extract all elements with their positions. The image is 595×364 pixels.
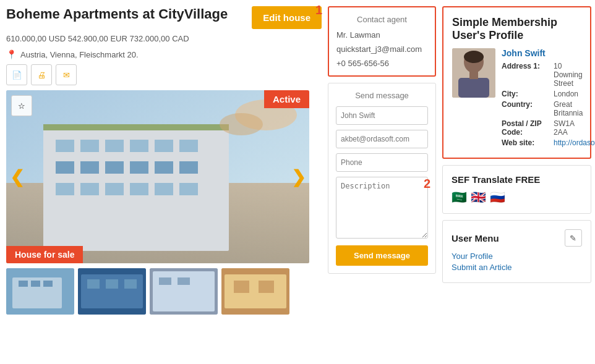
favorite-button[interactable]: ☆	[11, 95, 32, 116]
svg-rect-5	[105, 140, 124, 152]
profile-name: John Swift	[502, 48, 581, 58]
print-button[interactable]: 🖨	[31, 64, 52, 85]
svg-rect-7	[155, 140, 173, 152]
svg-rect-36	[159, 277, 171, 285]
edit-icon: ✎	[570, 234, 576, 243]
thumbnail-1[interactable]	[6, 268, 74, 315]
profile-details: John Swift Address 1: 10 Downing Street …	[502, 48, 581, 149]
message-description-input[interactable]	[336, 177, 428, 239]
svg-rect-4	[80, 140, 99, 152]
country-label: Country:	[502, 100, 551, 117]
svg-rect-26	[19, 281, 28, 287]
svg-rect-17	[105, 183, 124, 195]
profile-content: John Swift Address 1: 10 Downing Street …	[452, 48, 581, 149]
svg-rect-41	[259, 281, 274, 293]
city-label: City:	[502, 90, 551, 98]
svg-rect-15	[56, 183, 74, 195]
svg-rect-3	[56, 140, 74, 152]
document-icon: 📄	[12, 70, 22, 80]
message-name-input[interactable]	[336, 106, 428, 125]
profile-avatar	[452, 48, 495, 98]
website-row: Web site: http://ordasoft.com	[502, 138, 581, 147]
profile-box: Simple Membership User's Profile	[442, 6, 591, 159]
postal-label: Postal / ZIP Code:	[502, 119, 551, 137]
email-icon: ✉	[63, 70, 70, 80]
your-profile-link[interactable]: Your Profile	[452, 252, 582, 261]
svg-rect-19	[155, 183, 173, 195]
right-column: 2 Simple Membership User's Profile	[442, 6, 591, 315]
property-title: Boheme Apartments at CityVillage	[6, 6, 228, 22]
message-email-input[interactable]	[336, 130, 428, 148]
agent-email: quickstart_j3@mail.com	[336, 44, 427, 54]
flag-sa[interactable]: 🇸🇦	[452, 190, 467, 205]
svg-rect-14	[179, 161, 198, 174]
thumbnail-2[interactable]	[78, 268, 146, 315]
location-icon: 📍	[6, 49, 17, 59]
svg-point-44	[464, 51, 484, 63]
active-badge: Active	[264, 90, 309, 108]
website-link[interactable]: http://ordasoft.com	[554, 138, 595, 147]
submit-article-link[interactable]: Submit an Article	[452, 263, 582, 272]
city-value: London	[554, 90, 578, 98]
property-image-container: Active House for sale ☆ ❮ ❯	[6, 90, 309, 263]
svg-rect-12	[130, 161, 148, 174]
svg-rect-9	[56, 161, 74, 174]
thumbnail-3[interactable]	[150, 268, 218, 315]
contact-agent-box: Contact agent Mr. Lawman quickstart_j3@m…	[328, 6, 436, 77]
main-property-image	[6, 90, 309, 263]
svg-point-23	[220, 113, 263, 135]
svg-rect-35	[153, 271, 215, 311]
print-icon: 🖨	[38, 70, 46, 80]
city-row: City: London	[502, 90, 581, 98]
star-icon: ☆	[18, 101, 25, 111]
profile-title: Simple Membership User's Profile	[452, 16, 581, 42]
user-menu-edit-button[interactable]: ✎	[565, 229, 582, 247]
annotation-2: 2	[424, 177, 430, 191]
send-message-title: Send message	[336, 91, 428, 100]
email-button[interactable]: ✉	[56, 64, 77, 85]
next-image-button[interactable]: ❯	[291, 167, 306, 187]
annotation-1: 1	[315, 3, 322, 17]
svg-rect-28	[43, 281, 53, 287]
svg-rect-27	[31, 281, 40, 287]
price-row: 610.000,00 USD 542.900,00 EUR 732.000,00…	[6, 34, 322, 43]
prev-image-button[interactable]: ❮	[10, 167, 24, 187]
edit-house-button[interactable]: Edit house	[252, 6, 322, 29]
svg-rect-33	[124, 279, 137, 289]
user-menu-box: User Menu ✎ Your Profile Submit an Artic…	[442, 220, 591, 283]
svg-rect-46	[469, 70, 478, 79]
svg-rect-13	[155, 161, 173, 174]
svg-rect-8	[179, 140, 198, 152]
sef-box: SEF Translate FREE 🇸🇦 🇬🇧 🇷🇺	[442, 165, 591, 214]
location-row: 📍 Austria, Vienna, Fleischmarkt 20.	[6, 49, 322, 59]
svg-rect-10	[80, 161, 99, 174]
agent-phone: +0 565-656-56	[336, 59, 427, 68]
document-button[interactable]: 📄	[6, 64, 27, 85]
address-row: Address 1: 10 Downing Street	[502, 62, 581, 88]
send-message-box: Send message Send message	[328, 83, 436, 274]
contact-agent-title: Contact agent	[336, 15, 427, 24]
flag-gb[interactable]: 🇬🇧	[471, 190, 486, 205]
left-column: Boheme Apartments at CityVillage Edit ho…	[6, 6, 322, 315]
property-header: Boheme Apartments at CityVillage Edit ho…	[6, 6, 322, 29]
country-row: Country: Great Britannia	[502, 100, 581, 117]
thumbnail-strip	[6, 268, 322, 315]
address-label: Address 1:	[502, 62, 551, 88]
send-message-button[interactable]: Send message	[336, 245, 428, 266]
action-icons: 📄 🖨 ✉	[6, 64, 322, 85]
website-label: Web site:	[502, 138, 551, 147]
svg-rect-18	[130, 183, 148, 195]
svg-rect-11	[105, 161, 124, 174]
postal-value: SW1A 2AA	[554, 119, 581, 137]
flag-list: 🇸🇦 🇬🇧 🇷🇺	[452, 190, 582, 205]
message-phone-input[interactable]	[336, 153, 428, 172]
svg-rect-45	[458, 78, 489, 98]
thumbnail-4[interactable]	[221, 268, 289, 315]
address-value: 10 Downing Street	[554, 62, 583, 88]
flag-ru[interactable]: 🇷🇺	[490, 190, 505, 205]
building-svg	[6, 90, 309, 263]
sef-title: SEF Translate FREE	[452, 174, 582, 185]
svg-rect-31	[87, 279, 100, 289]
user-menu-title: User Menu	[452, 233, 499, 243]
agent-name: Mr. Lawman	[336, 30, 427, 40]
